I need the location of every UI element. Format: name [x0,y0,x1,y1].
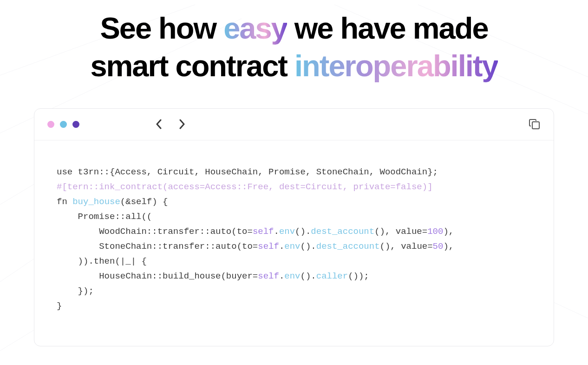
code-body: use t3rn::{Access, Circuit, HouseChain, … [34,140,554,346]
nav-arrows [154,119,187,129]
code-line-5: WoodChain::transfer::auto(to=self.env().… [57,226,454,237]
code-line-8: HouseChain::build_house(buyer=self.env()… [57,271,369,281]
code-line-4: Promise::all(( [57,212,152,222]
code-line-9: }); [57,286,94,296]
window-dot-pink [47,121,54,128]
svg-rect-0 [532,122,539,129]
copy-icon[interactable] [529,118,541,130]
headline-part-2: we have made [287,11,488,45]
window-dot-cyan [60,121,67,128]
code-line-7: )).then(|_| { [57,256,147,266]
headline-part-3: smart contract [90,49,294,83]
code-line-10: } [57,301,62,311]
code-window: use t3rn::{Access, Circuit, HouseChain, … [34,108,554,346]
window-dots [47,121,79,128]
arrow-left-icon[interactable] [154,119,164,129]
code-line-6: StoneChain::transfer::auto(to=self.env()… [57,241,454,252]
page-headline: See how easy we have made smart contract… [0,0,588,85]
headline-gradient-interoperability: interoperability [294,49,498,83]
code-line-1: use t3rn::{Access, Circuit, HouseChain, … [57,167,438,177]
arrow-right-icon[interactable] [177,119,187,129]
code-line-3: fn buy_house(&self) { [57,197,168,207]
headline-gradient-easy: easy [223,11,287,45]
window-dot-purple [72,121,79,128]
code-line-2: #[tern::ink_contract(access=Access::Free… [57,182,433,192]
code-window-header [34,109,554,140]
headline-part-1: See how [100,11,223,45]
